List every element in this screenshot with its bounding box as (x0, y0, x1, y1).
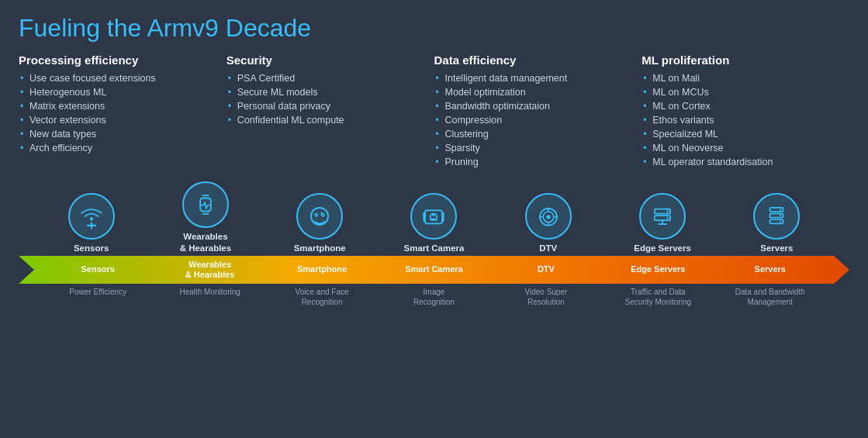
list-item: PSA Certified (227, 73, 427, 84)
icons-row: SensorsWearables & HearablesSmartphoneSm… (19, 181, 849, 254)
sub-label-dtv: Video Super Resolution (500, 287, 593, 307)
bullet-list-ml: ML on MaliML on MCUsML on CortexEthos va… (641, 73, 842, 167)
list-item: ML on Cortex (641, 101, 842, 112)
list-item: Personal data privacy (227, 101, 427, 112)
arrow-label-servers: Servers (724, 264, 817, 274)
list-item: Arch efficiency (19, 143, 219, 153)
device-label-sensors: Sensors (74, 243, 109, 254)
top-section: Processing efficiencyUse case focused ex… (19, 53, 849, 171)
column-data: Data efficiencyIntelligent data manageme… (434, 53, 642, 171)
main-container: Fueling the Armv9 Decade Processing effi… (0, 0, 868, 438)
column-title-processing: Processing efficiency (19, 53, 219, 67)
sub-label-wearables: Health Monitoring (164, 287, 257, 307)
list-item: Matrix extensions (19, 101, 219, 112)
list-item: Compression (434, 115, 635, 126)
device-wearables: Wearables & Hearables (159, 181, 252, 254)
device-icon-smartphone (296, 193, 343, 240)
sub-label-sensors: Power Efficiency (51, 287, 144, 307)
arrow-label-wearables: Wearables & Hearables (164, 260, 257, 280)
arrow-track: SensorsWearables & HearablesSmartphoneSm… (19, 256, 849, 284)
bullet-list-processing: Use case focused extensionsHeterogenous … (19, 73, 219, 153)
device-icon-servers (753, 193, 800, 240)
list-item: ML on Mali (641, 73, 842, 84)
sub-labels-row: Power EfficiencyHealth MonitoringVoice a… (19, 284, 849, 307)
list-item: Use case focused extensions (19, 73, 219, 84)
list-item: ML on MCUs (641, 87, 842, 98)
bullet-list-data: Intelligent data managementModel optimiz… (434, 73, 635, 167)
device-smartphone: Smartphone (273, 193, 366, 254)
bullet-list-security: PSA CertifiedSecure ML modelsPersonal da… (227, 73, 427, 126)
list-item: Pruning (434, 157, 635, 167)
page-title: Fueling the Armv9 Decade (19, 14, 849, 43)
device-smart-camera: Smart Camera (387, 193, 480, 254)
sub-label-servers: Data and Bandwidth Management (724, 287, 817, 307)
device-label-smart-camera: Smart Camera (403, 243, 464, 254)
device-icon-wearables (182, 181, 229, 228)
column-title-data: Data efficiency (434, 53, 635, 67)
device-icon-sensors (68, 193, 115, 240)
list-item: Secure ML models (227, 87, 427, 98)
device-label-dtv: DTV (539, 243, 557, 254)
device-sensors: Sensors (45, 193, 138, 254)
arrow-label-sensors: Sensors (51, 264, 144, 274)
arrow-label-smartphone: Smartphone (275, 264, 368, 274)
arrow-label-edge-servers: Edge Servers (611, 264, 704, 274)
device-label-servers: Servers (760, 243, 793, 254)
arrow-label-dtv: DTV (500, 264, 593, 274)
arrow-labels: SensorsWearables & HearablesSmartphoneSm… (19, 256, 849, 284)
column-ml: ML proliferationML on MaliML on MCUsML o… (641, 53, 849, 171)
device-label-wearables: Wearables & Hearables (180, 231, 231, 254)
list-item: Heterogenous ML (19, 87, 219, 98)
list-item: Sparsity (434, 143, 635, 153)
device-dtv: DTV (502, 193, 595, 254)
list-item: Model optimization (434, 87, 635, 98)
sub-label-smartphone: Voice and Face Recognition (275, 287, 368, 307)
list-item: ML operator standardisation (641, 157, 842, 167)
list-item: Confidential ML compute (227, 115, 427, 126)
device-icon-edge-servers (639, 193, 686, 240)
device-edge-servers: Edge Servers (616, 193, 709, 254)
column-security: SecurityPSA CertifiedSecure ML modelsPer… (227, 53, 434, 171)
column-processing: Processing efficiencyUse case focused ex… (19, 53, 227, 171)
column-title-security: Security (227, 53, 427, 67)
list-item: Intelligent data management (434, 73, 635, 84)
list-item: New data types (19, 129, 219, 140)
device-icon-smart-camera (410, 193, 457, 240)
list-item: Specialized ML (641, 129, 842, 140)
column-title-ml: ML proliferation (641, 53, 842, 67)
bottom-section: SensorsWearables & HearablesSmartphoneSm… (19, 181, 849, 307)
list-item: Ethos variants (641, 115, 842, 126)
list-item: Clustering (434, 129, 635, 140)
device-label-edge-servers: Edge Servers (634, 243, 691, 254)
list-item: ML on Neoverse (641, 143, 842, 153)
list-item: Vector extensions (19, 115, 219, 126)
list-item: Bandwidth optimizataion (434, 101, 635, 112)
device-servers: Servers (730, 193, 823, 254)
device-label-smartphone: Smartphone (294, 243, 346, 254)
sub-label-smart-camera: Image Recognition (387, 287, 480, 307)
device-icon-dtv (525, 193, 572, 240)
arrow-label-smart-camera: Smart Camera (387, 264, 480, 274)
sub-label-edge-servers: Traffic and Data Security Monitoring (611, 287, 704, 307)
